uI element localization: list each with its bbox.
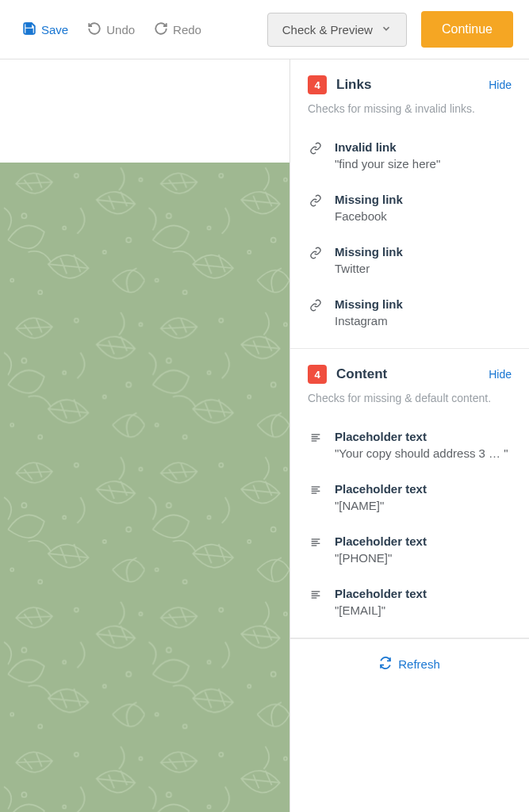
issue-item[interactable]: Invalid link "find your size here" <box>308 129 512 182</box>
issue-item[interactable]: Missing link Instagram <box>308 286 512 339</box>
issue-detail: "[NAME]" <box>335 499 512 512</box>
svg-rect-11 <box>0 163 289 812</box>
text-icon <box>308 430 324 460</box>
content-section: 4 Content Hide Checks for missing & defa… <box>290 349 529 638</box>
issue-title: Placeholder text <box>335 587 512 600</box>
issue-body: Placeholder text "[NAME]" <box>335 482 512 512</box>
links-hide-link[interactable]: Hide <box>489 79 512 91</box>
issue-detail: "[EMAIL]" <box>335 603 512 617</box>
main: 4 Links Hide Checks for missing & invali… <box>0 59 529 812</box>
links-section: 4 Links Hide Checks for missing & invali… <box>290 59 529 349</box>
issue-detail: Instagram <box>335 314 512 327</box>
text-icon <box>308 534 324 565</box>
text-icon <box>308 482 324 512</box>
issue-item[interactable]: Missing link Twitter <box>308 234 512 286</box>
refresh-icon <box>379 657 392 672</box>
links-section-header: 4 Links Hide <box>308 75 512 94</box>
content-hide-link[interactable]: Hide <box>489 368 512 381</box>
preview-pattern <box>0 163 289 812</box>
links-count-badge: 4 <box>308 75 327 94</box>
issue-detail: Facebook <box>335 209 512 223</box>
text-icon <box>308 587 324 617</box>
issue-body: Missing link Instagram <box>335 297 512 327</box>
check-preview-button[interactable]: Check & Preview <box>267 13 407 47</box>
continue-button[interactable]: Continue <box>421 11 513 48</box>
toolbar: Save Undo Redo Check & Preview Continue <box>0 0 529 59</box>
save-icon <box>22 21 36 38</box>
issue-item[interactable]: Placeholder text "[PHONE]" <box>308 523 512 576</box>
issue-body: Invalid link "find your size here" <box>335 140 512 170</box>
issue-item[interactable]: Missing link Facebook <box>308 182 512 234</box>
preview-top-whitespace <box>0 59 289 163</box>
redo-icon <box>154 21 168 38</box>
svg-rect-0 <box>26 23 31 27</box>
issue-body: Placeholder text "Your copy should addre… <box>335 430 512 460</box>
issue-title: Missing link <box>335 193 512 206</box>
link-icon <box>308 297 324 327</box>
issue-body: Placeholder text "[EMAIL]" <box>335 587 512 617</box>
issue-title: Missing link <box>335 297 512 311</box>
chevron-down-icon <box>381 23 392 36</box>
issue-title: Invalid link <box>335 140 512 154</box>
issue-title: Missing link <box>335 245 512 259</box>
redo-label: Redo <box>173 23 201 36</box>
content-section-header: 4 Content Hide <box>308 365 512 384</box>
issue-item[interactable]: Placeholder text "[EMAIL]" <box>308 576 512 628</box>
refresh-label: Refresh <box>398 657 440 671</box>
issue-title: Placeholder text <box>335 482 512 496</box>
svg-rect-1 <box>26 29 33 33</box>
save-label: Save <box>41 23 68 36</box>
continue-label: Continue <box>442 22 493 36</box>
issue-item[interactable]: Placeholder text "Your copy should addre… <box>308 419 512 471</box>
issue-title: Placeholder text <box>335 534 512 548</box>
undo-button[interactable]: Undo <box>81 17 141 43</box>
issue-body: Missing link Twitter <box>335 245 512 275</box>
link-icon <box>308 193 324 223</box>
issue-detail: "[PHONE]" <box>335 551 512 565</box>
links-section-desc: Checks for missing & invalid links. <box>308 102 512 115</box>
issue-item[interactable]: Placeholder text "[NAME]" <box>308 471 512 523</box>
save-button[interactable]: Save <box>16 17 75 43</box>
refresh-button[interactable]: Refresh <box>379 657 440 672</box>
link-icon <box>308 140 324 170</box>
content-section-desc: Checks for missing & default content. <box>308 392 512 404</box>
issue-detail: "find your size here" <box>335 157 512 170</box>
issue-body: Missing link Facebook <box>335 193 512 223</box>
preview-area <box>0 59 289 812</box>
undo-label: Undo <box>106 23 135 36</box>
links-section-title: Links <box>336 77 479 93</box>
issue-detail: Twitter <box>335 262 512 275</box>
undo-icon <box>87 21 102 38</box>
link-icon <box>308 245 324 275</box>
issue-detail: "Your copy should address 3 … " <box>335 446 512 460</box>
content-count-badge: 4 <box>308 365 327 384</box>
issue-title: Placeholder text <box>335 430 512 443</box>
refresh-row: Refresh <box>290 638 529 689</box>
content-section-title: Content <box>336 366 479 382</box>
checks-sidebar: 4 Links Hide Checks for missing & invali… <box>289 59 529 812</box>
redo-button[interactable]: Redo <box>148 17 208 43</box>
issue-body: Placeholder text "[PHONE]" <box>335 534 512 565</box>
check-preview-label: Check & Preview <box>282 23 373 36</box>
